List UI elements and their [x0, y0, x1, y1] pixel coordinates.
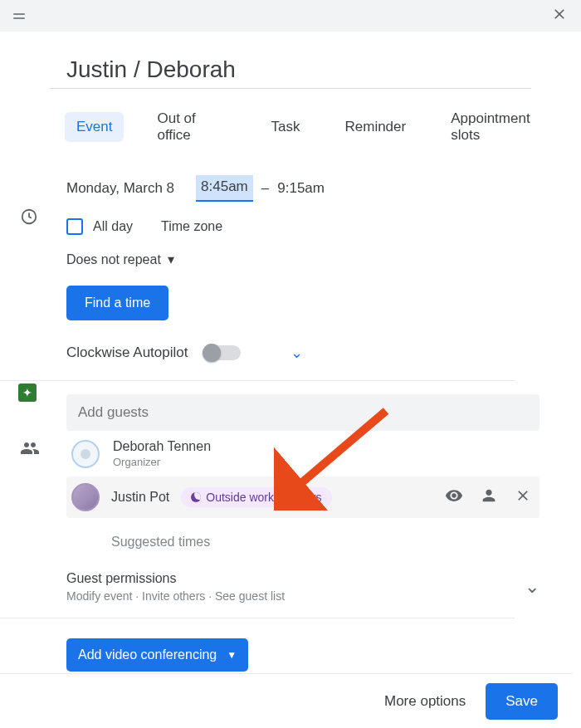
- visibility-eye-icon[interactable]: [445, 486, 463, 508]
- avatar: [71, 483, 100, 511]
- suggested-times-button[interactable]: Suggested times: [111, 535, 564, 550]
- clockwise-icon: ✦: [18, 384, 37, 402]
- close-button[interactable]: [551, 6, 568, 26]
- tab-reminder[interactable]: Reminder: [333, 112, 417, 142]
- autopilot-toggle[interactable]: [204, 345, 241, 360]
- guest-name: Justin Pot: [111, 490, 169, 505]
- time-separator: –: [261, 180, 269, 197]
- find-a-time-button[interactable]: Find a time: [66, 286, 168, 320]
- end-time-picker[interactable]: 9:15am: [277, 180, 325, 197]
- recurrence-dropdown[interactable]: Does not repeat ▾: [66, 252, 564, 267]
- dialog-titlebar: [0, 0, 581, 32]
- guest-row[interactable]: Justin Pot Outside working hours: [66, 476, 540, 518]
- time-section: Monday, March 8 8:45am – 9:15am All day …: [50, 175, 564, 320]
- outside-working-hours-chip: Outside working hours: [181, 487, 331, 507]
- event-type-tabs: Event Out of office Task Reminder Appoin…: [50, 89, 564, 165]
- autopilot-label: Clockwise Autopilot: [66, 344, 188, 361]
- guest-organizer-row: Deborah Tennen Organizer: [66, 431, 564, 473]
- allday-label: All day: [93, 219, 133, 234]
- guest-permissions-row[interactable]: Guest permissions Modify event · Invite …: [66, 571, 540, 603]
- dialog-footer: More options Save: [0, 673, 573, 728]
- people-icon: [20, 438, 40, 462]
- tab-out-of-office[interactable]: Out of office: [145, 104, 237, 150]
- remove-guest-icon[interactable]: [515, 487, 531, 507]
- moon-icon: [191, 492, 201, 502]
- clock-icon: [20, 208, 38, 229]
- guest-name: Deborah Tennen: [113, 439, 211, 454]
- allday-checkbox[interactable]: [66, 218, 83, 235]
- guest-permissions-summary: Modify event · Invite others · See guest…: [66, 589, 285, 603]
- event-title-input[interactable]: [50, 56, 531, 89]
- caret-down-icon: ▼: [227, 649, 237, 661]
- guest-role: Organizer: [113, 456, 211, 468]
- more-options-button[interactable]: More options: [379, 686, 471, 716]
- avatar: [71, 440, 100, 468]
- chevron-down-icon: ⌄: [525, 576, 540, 598]
- tab-appointment-slots[interactable]: Appointment slots: [439, 104, 564, 150]
- save-button[interactable]: Save: [486, 683, 558, 720]
- section-divider: [0, 618, 515, 618]
- guest-permissions-title: Guest permissions: [66, 571, 285, 586]
- add-guests-input[interactable]: [66, 394, 540, 431]
- tab-task[interactable]: Task: [260, 112, 312, 142]
- autopilot-expand-icon[interactable]: ⌄: [290, 344, 303, 362]
- mark-optional-icon[interactable]: [480, 486, 498, 508]
- timezone-button[interactable]: Time zone: [161, 219, 222, 234]
- drag-handle-icon[interactable]: [13, 13, 25, 19]
- date-picker[interactable]: Monday, March 8: [66, 180, 174, 197]
- add-video-conferencing-button[interactable]: Add video conferencing ▼: [66, 638, 248, 672]
- start-time-picker[interactable]: 8:45am: [196, 175, 253, 202]
- tab-event[interactable]: Event: [65, 112, 124, 142]
- caret-down-icon: ▾: [168, 252, 174, 267]
